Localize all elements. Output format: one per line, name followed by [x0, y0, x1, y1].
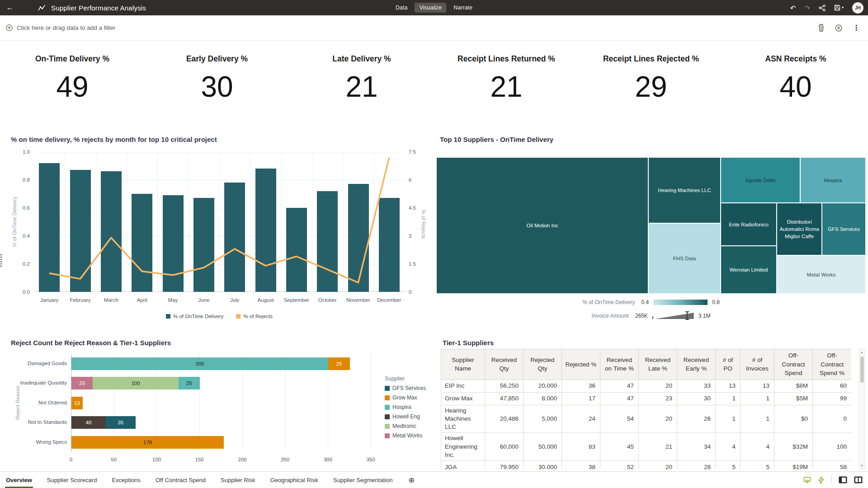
column-header[interactable]: Received Late % [639, 349, 677, 380]
value-cell[interactable]: 50,000 [524, 433, 562, 461]
treemap-tile[interactable]: Xgrade Delta [721, 157, 800, 203]
supplier-legend-item[interactable]: Medtronic [385, 423, 426, 429]
treemap-tile[interactable]: Wenxian Limited [721, 246, 777, 294]
table-scrollbar[interactable]: ▲ ▼ [859, 349, 865, 469]
column-header[interactable]: Off-Contract Spend [774, 349, 813, 380]
panel-expand-handle[interactable] [0, 254, 2, 267]
value-cell[interactable]: 54 [600, 405, 639, 433]
value-cell[interactable]: 13 [716, 380, 741, 392]
layout-left-panel-icon[interactable] [839, 476, 847, 483]
value-cell[interactable]: 1 [741, 392, 774, 405]
supplier-name-cell[interactable]: JGA [441, 461, 485, 469]
value-cell[interactable]: 24 [562, 405, 600, 433]
treemap-tile[interactable]: Oil Motion Inc [436, 157, 648, 294]
value-cell[interactable]: 33 [677, 380, 716, 392]
value-cell[interactable]: 30,000 [524, 461, 562, 469]
bar-segment-gfs-services[interactable]: 35 [106, 416, 136, 429]
treemap-tile[interactable]: Ente Radiofonico [721, 203, 777, 246]
mode-tab-visualize[interactable]: Visualize [415, 3, 446, 13]
undo-icon[interactable]: ↶ [790, 5, 796, 11]
bar-segment-hospira[interactable]: 300 [71, 357, 328, 370]
save-button[interactable]: ▾ [834, 5, 844, 11]
scroll-up-icon[interactable]: ▲ [859, 351, 864, 354]
value-cell[interactable]: 5 [716, 461, 741, 469]
save-caret-icon[interactable]: ▾ [842, 6, 844, 9]
value-cell[interactable]: 60,000 [485, 433, 524, 461]
value-cell[interactable]: $0 [774, 405, 813, 433]
value-cell[interactable]: 1 [716, 392, 741, 405]
tooltip-icon[interactable] [803, 476, 811, 484]
value-cell[interactable]: 47 [600, 392, 639, 405]
annotation-icon[interactable] [835, 24, 842, 32]
supplier-legend-item[interactable]: Grow Max [385, 394, 426, 401]
value-cell[interactable]: 0 [813, 405, 852, 433]
value-cell[interactable]: 52 [600, 461, 639, 469]
value-cell[interactable]: $8M [774, 380, 813, 392]
value-cell[interactable]: 79,950 [485, 461, 524, 469]
value-cell[interactable]: 56,250 [485, 380, 524, 392]
supplier-name-cell[interactable]: Grow Max [441, 392, 485, 405]
supplier-legend-item[interactable]: Howell Eng [385, 413, 426, 420]
value-cell[interactable]: 23 [639, 392, 677, 405]
value-cell[interactable]: 34 [677, 433, 716, 461]
value-cell[interactable]: 1 [741, 405, 774, 433]
treemap-tile[interactable]: GFS Services [822, 203, 866, 255]
table-row[interactable]: Grow Max47,8508,0001747233011$5M99 [441, 392, 852, 405]
redo-icon[interactable]: ↷ [804, 5, 810, 11]
back-icon[interactable]: ← [0, 3, 20, 12]
table-row[interactable]: Howell Engineering Inc.60,00050,00083452… [441, 433, 852, 461]
mode-tab-data[interactable]: Data [391, 3, 412, 13]
table-row[interactable]: EIP Inc56,25020,000364720331313$8M60 [441, 380, 852, 392]
add-filter-button[interactable]: Click here or drag data to add a filter [6, 24, 115, 31]
limit-values-icon[interactable] [818, 24, 825, 32]
bar-segment-grow-max[interactable]: 178 [71, 436, 224, 449]
column-header[interactable]: # of Invoices [741, 349, 774, 380]
kpi-tile[interactable]: Receipt Lines Returned %21 [434, 41, 579, 124]
table-row[interactable]: JGA79,95030,0003852202855$19M58 [441, 461, 852, 469]
value-cell[interactable]: $19M [774, 461, 813, 469]
canvas-tab-off-contract-spend[interactable]: Off Contract Spend [156, 472, 206, 488]
treemap-tile[interactable]: FHS Data [648, 223, 721, 294]
treemap-tile[interactable]: Metal Works [777, 255, 866, 294]
treemap-tile[interactable]: Distributori Automatici Roma Miglior Caf… [777, 203, 822, 255]
canvas-tab-overview[interactable]: Overview [6, 472, 32, 488]
value-cell[interactable]: 8,000 [524, 392, 562, 405]
kpi-tile[interactable]: Early Delivery %30 [145, 41, 289, 124]
supplier-legend-item[interactable]: Metal Works [385, 432, 426, 439]
rejects-line[interactable] [34, 152, 405, 292]
kpi-tile[interactable]: Late Delivery %21 [289, 41, 434, 124]
value-cell[interactable]: 20 [639, 461, 677, 469]
canvas-tab-supplier-segmentation[interactable]: Supplier Segmentation [333, 472, 393, 488]
mode-tab-narrate[interactable]: Narrate [449, 3, 477, 13]
value-cell[interactable]: 36 [562, 380, 600, 392]
legend-item[interactable]: % of OnTime Delivery [166, 314, 223, 319]
canvas-tab-supplier-scorecard[interactable]: Supplier Scorecard [47, 472, 97, 488]
avatar[interactable]: JH [852, 2, 863, 14]
value-cell[interactable]: 1 [716, 405, 741, 433]
value-cell[interactable]: 5,000 [524, 405, 562, 433]
canvas-tab-supplier-risk[interactable]: Supplier Risk [221, 472, 255, 488]
layout-split-panel-icon[interactable] [854, 476, 863, 483]
value-cell[interactable]: 5 [741, 461, 774, 469]
bar-segment-grow-max[interactable]: 25 [328, 357, 349, 370]
column-header[interactable]: Received Qty [485, 349, 524, 380]
canvas-tab-geographical-risk[interactable]: Geographical Risk [270, 472, 318, 488]
value-cell[interactable]: 47 [600, 380, 639, 392]
value-cell[interactable]: 4 [741, 433, 774, 461]
supplier-legend-item[interactable]: Hospira [385, 404, 426, 410]
value-cell[interactable]: 26 [677, 405, 716, 433]
supplier-name-cell[interactable]: Hearing Machines LLC [441, 405, 485, 433]
bar-segment-hospira[interactable]: 25 [179, 377, 200, 389]
add-canvas-icon[interactable]: ⊕ [408, 476, 414, 484]
scrollbar-thumb[interactable] [860, 357, 864, 383]
size-legend-wedge[interactable] [652, 312, 694, 319]
supplier-name-cell[interactable]: Howell Engineering Inc. [441, 433, 485, 461]
value-cell[interactable]: 28 [677, 461, 716, 469]
value-cell[interactable]: 20 [639, 405, 677, 433]
value-cell[interactable]: 21 [639, 433, 677, 461]
legend-item[interactable]: % of Rejects [236, 314, 273, 319]
value-cell[interactable]: 47,850 [485, 392, 524, 405]
value-cell[interactable]: $5M [774, 392, 813, 405]
supplier-legend-item[interactable]: GFS Services [385, 385, 426, 391]
column-header[interactable]: Off-Contract Spend % [813, 349, 852, 380]
